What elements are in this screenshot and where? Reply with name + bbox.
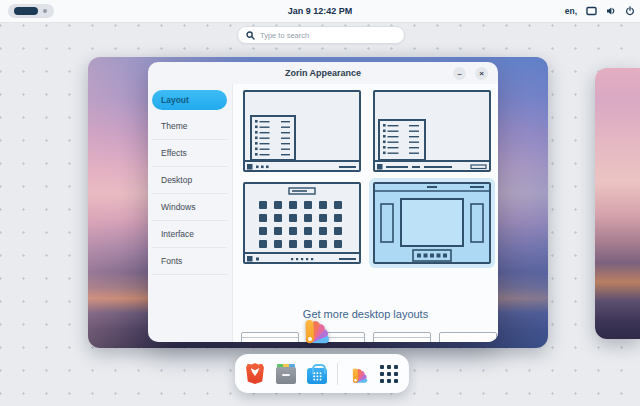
volume-icon[interactable] — [606, 6, 616, 16]
extra-layout-option-3[interactable] — [373, 332, 431, 342]
sidebar-item-theme[interactable]: Theme — [152, 113, 227, 140]
top-bar: Jan 9 12:42 PM en, — [0, 0, 640, 23]
layout-option-gnome-selected-highlight — [369, 178, 495, 268]
sidebar-item-effects[interactable]: Effects — [152, 140, 227, 167]
dock — [235, 354, 409, 393]
titlebar[interactable]: Zorin Appearance – × — [148, 62, 498, 84]
sidebar-item-windows[interactable]: Windows — [152, 194, 227, 221]
dock-separator — [337, 363, 338, 385]
app-grid-icon[interactable] — [378, 363, 400, 385]
extra-layout-option-4[interactable] — [439, 332, 497, 342]
get-more-layouts-link[interactable]: Get more desktop layouts — [233, 308, 498, 320]
next-workspace-preview[interactable] — [595, 68, 640, 339]
power-icon[interactable] — [625, 6, 635, 16]
search-input[interactable] — [260, 29, 404, 41]
zorin-appearance-icon[interactable] — [303, 312, 337, 346]
layout-option-touch-grid[interactable] — [243, 182, 361, 264]
layout-option-gnome-activities[interactable] — [373, 182, 491, 264]
brave-browser-icon[interactable] — [244, 363, 266, 385]
minimize-button[interactable]: – — [453, 67, 466, 80]
clock[interactable]: Jan 9 12:42 PM — [0, 0, 640, 22]
activities-overview: Jan 9 12:42 PM en, Zorin Appearance – × — [0, 0, 640, 406]
system-tray[interactable]: en, — [565, 0, 635, 22]
software-store-icon[interactable] — [306, 363, 328, 385]
zorin-appearance-window[interactable]: Zorin Appearance – × Layout Theme Effect… — [148, 62, 498, 342]
layout-panel: Get more desktop layouts — [233, 84, 498, 342]
zorin-appearance-dock-icon[interactable] — [347, 363, 369, 385]
layout-option-windows-app-menu[interactable] — [243, 90, 361, 172]
sidebar-item-interface[interactable]: Interface — [152, 221, 227, 248]
close-button[interactable]: × — [475, 67, 488, 80]
sidebar-item-fonts[interactable]: Fonts — [152, 248, 227, 275]
extra-layout-option-1[interactable] — [241, 332, 299, 342]
search-icon — [246, 31, 255, 40]
search-bar[interactable] — [237, 26, 405, 44]
sidebar-item-layout[interactable]: Layout — [152, 90, 227, 110]
settings-sidebar: Layout Theme Effects Desktop Windows Int… — [148, 84, 233, 342]
sidebar-item-desktop[interactable]: Desktop — [152, 167, 227, 194]
file-drawer-icon[interactable] — [275, 363, 297, 385]
window-title: Zorin Appearance — [148, 62, 498, 84]
layout-option-windows-window-list[interactable] — [373, 90, 491, 172]
keyboard-layout-indicator[interactable]: en, — [565, 6, 577, 16]
more-layouts-row — [241, 332, 497, 342]
display-icon[interactable] — [586, 6, 597, 16]
